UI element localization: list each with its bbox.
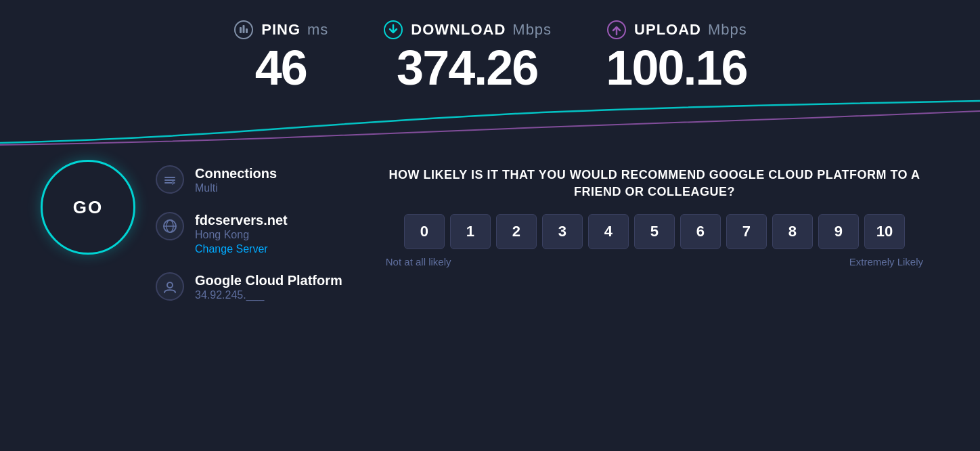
rating-box[interactable]: 8 xyxy=(772,214,813,249)
provider-content: Google Cloud Platform 34.92.245.___ xyxy=(195,272,342,303)
rating-box[interactable]: 7 xyxy=(726,214,767,249)
provider-ip: 34.92.245.___ xyxy=(195,288,342,303)
download-value: 374.26 xyxy=(397,43,537,92)
svg-rect-2 xyxy=(243,25,245,33)
rating-box[interactable]: 1 xyxy=(450,214,491,249)
rating-box[interactable]: 5 xyxy=(634,214,675,249)
connections-row: Connections Multi xyxy=(156,165,342,196)
connections-content: Connections Multi xyxy=(195,165,277,196)
connections-subtitle: Multi xyxy=(195,181,277,196)
rating-box[interactable]: 2 xyxy=(496,214,537,249)
ping-icon xyxy=(233,19,254,41)
rating-box[interactable]: 10 xyxy=(864,214,905,249)
ping-stat: PING ms 46 xyxy=(233,19,328,92)
provider-row: Google Cloud Platform 34.92.245.___ xyxy=(156,272,342,303)
go-button[interactable]: GO xyxy=(41,160,135,255)
download-stat: DOWNLOAD Mbps 374.26 xyxy=(382,19,552,92)
download-unit: Mbps xyxy=(512,21,552,39)
download-label: DOWNLOAD xyxy=(411,21,506,39)
rating-label-left: Not at all likely xyxy=(386,256,451,267)
server-row: fdcservers.net Hong Kong Change Server xyxy=(156,212,342,257)
speed-graph xyxy=(0,99,980,146)
download-header: DOWNLOAD Mbps xyxy=(382,19,552,41)
ping-label: PING xyxy=(261,21,300,39)
rating-box[interactable]: 9 xyxy=(818,214,859,249)
upload-stat: UPLOAD Mbps 100.16 xyxy=(606,19,747,92)
rating-labels: Not at all likely Extremely Likely xyxy=(383,256,926,267)
recommendation-title: HOW LIKELY IS IT THAT YOU WOULD RECOMMEN… xyxy=(383,167,926,200)
connections-icon xyxy=(156,165,184,194)
upload-label: UPLOAD xyxy=(634,21,701,39)
ping-unit: ms xyxy=(307,21,328,39)
svg-point-12 xyxy=(167,282,173,288)
server-content: fdcservers.net Hong Kong Change Server xyxy=(195,212,288,257)
upload-unit: Mbps xyxy=(708,21,747,39)
server-name: fdcservers.net xyxy=(195,212,288,228)
provider-name: Google Cloud Platform xyxy=(195,272,342,288)
provider-icon xyxy=(156,272,184,301)
rating-box[interactable]: 3 xyxy=(542,214,583,249)
rating-box[interactable]: 0 xyxy=(404,214,445,249)
upload-icon xyxy=(606,19,627,41)
change-server-link[interactable]: Change Server xyxy=(195,242,288,257)
connections-title: Connections xyxy=(195,165,277,181)
recommendation-panel: HOW LIKELY IS IT THAT YOU WOULD RECOMMEN… xyxy=(370,160,939,274)
upload-value: 100.16 xyxy=(606,43,747,92)
download-icon xyxy=(382,19,404,41)
ping-header: PING ms xyxy=(233,19,328,41)
ping-value: 46 xyxy=(255,43,307,92)
left-panel: GO Connections Multi xyxy=(41,160,342,303)
rating-box[interactable]: 6 xyxy=(680,214,721,249)
svg-rect-1 xyxy=(240,27,242,33)
upload-header: UPLOAD Mbps xyxy=(606,19,747,41)
server-info: Connections Multi fdcservers.net Hong Ko… xyxy=(156,160,342,303)
stats-bar: PING ms 46 DOWNLOAD Mbps 374.26 xyxy=(0,0,980,92)
rating-box[interactable]: 4 xyxy=(588,214,629,249)
bottom-section: GO Connections Multi xyxy=(0,146,980,316)
rating-row: 012345678910 xyxy=(383,214,926,249)
server-location: Hong Kong xyxy=(195,228,288,242)
svg-rect-3 xyxy=(246,28,248,33)
rating-label-right: Extremely Likely xyxy=(849,256,923,267)
server-icon xyxy=(156,212,184,240)
